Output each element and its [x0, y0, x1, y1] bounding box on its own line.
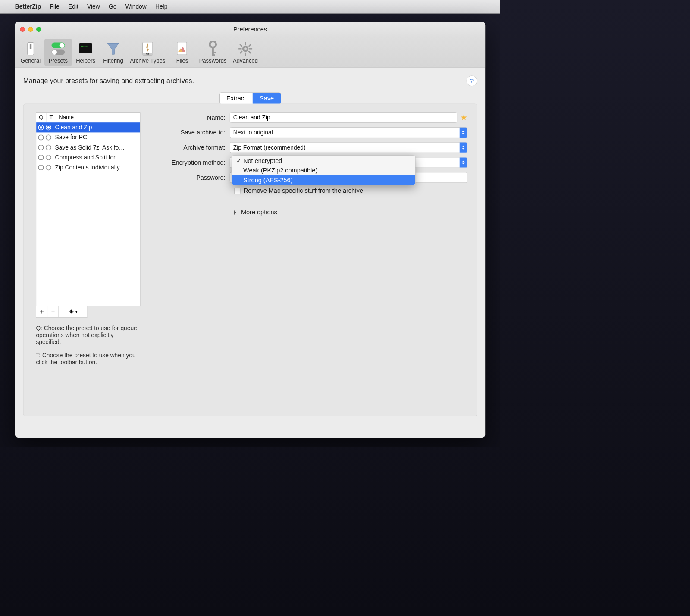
q-radio[interactable]: [38, 145, 44, 150]
svg-rect-15: [238, 48, 242, 50]
preset-name-field[interactable]: [230, 112, 457, 123]
column-name[interactable]: Name: [56, 113, 140, 122]
tab-filtering[interactable]: Filtering: [100, 39, 127, 66]
svg-rect-19: [239, 50, 242, 53]
preset-list-header: Q T Name: [36, 113, 140, 122]
save-to-label: Save archive to:: [155, 129, 230, 136]
zip-icon: ZIP: [139, 40, 157, 58]
svg-rect-20: [248, 44, 251, 47]
tab-archive-types[interactable]: ZIP Archive Types: [127, 39, 168, 66]
presets-panel: Q T Name Clean and Zip Save for PC: [23, 104, 477, 416]
menu-view[interactable]: View: [87, 3, 100, 10]
t-radio[interactable]: [46, 145, 51, 150]
preset-row[interactable]: Clean and Zip: [36, 122, 140, 132]
column-q[interactable]: Q: [36, 113, 46, 122]
gear-icon: [237, 40, 254, 58]
remove-preset-button[interactable]: －: [47, 306, 59, 317]
preset-row[interactable]: Compress and Split for…: [36, 153, 140, 163]
q-radio[interactable]: [38, 155, 44, 160]
svg-point-8: [210, 41, 216, 48]
tab-files[interactable]: Files: [169, 39, 196, 66]
t-radio[interactable]: [46, 125, 51, 130]
t-radio[interactable]: [46, 165, 51, 170]
q-radio[interactable]: [38, 165, 44, 170]
t-radio[interactable]: [46, 134, 51, 140]
list-actions: ＋ － ✴︎ ▾: [36, 306, 87, 318]
menu-window[interactable]: Window: [125, 3, 147, 10]
tab-helpers[interactable]: exec Helpers: [72, 39, 100, 66]
encryption-option[interactable]: Strong (AES-256): [232, 175, 415, 185]
svg-text:exec: exec: [81, 44, 88, 48]
extract-save-segment: Extract Save: [219, 93, 281, 104]
add-preset-button[interactable]: ＋: [36, 306, 47, 317]
save-to-popup[interactable]: Next to original: [230, 127, 467, 138]
favorite-star-icon[interactable]: ★: [460, 113, 467, 122]
window-title: Preferences: [15, 26, 485, 33]
preset-row[interactable]: Save as Solid 7z, Ask fo…: [36, 143, 140, 153]
tab-general[interactable]: General: [17, 39, 44, 66]
preset-row[interactable]: Save for PC: [36, 132, 140, 142]
menubar: BetterZip File Edit View Go Window Help: [0, 0, 500, 14]
tab-advanced[interactable]: Advanced: [230, 39, 261, 66]
page-heading: Manage your presets for saving and extra…: [23, 77, 194, 85]
file-icon: [173, 40, 191, 58]
funnel-icon: [104, 40, 122, 58]
help-button[interactable]: ?: [467, 75, 477, 86]
q-radio[interactable]: [38, 125, 44, 130]
q-radio[interactable]: [38, 134, 44, 140]
remove-mac-label: Remove Mac specific stuff from the archi…: [244, 187, 363, 194]
svg-rect-16: [249, 48, 252, 50]
menu-file[interactable]: File: [50, 3, 60, 10]
tab-passwords[interactable]: Passwords: [196, 39, 229, 66]
hint-text: Q: Choose the preset to use for queue op…: [36, 325, 139, 366]
svg-rect-17: [239, 44, 242, 47]
disclosure-triangle-icon: [234, 210, 238, 215]
titlebar: Preferences: [15, 22, 485, 37]
prefs-toolbar: General Presets exec Helpers Filtering Z…: [15, 37, 485, 68]
more-options-disclosure[interactable]: More options: [155, 209, 467, 216]
password-label: Password:: [155, 174, 230, 181]
svg-point-21: [244, 47, 247, 50]
encryption-dropdown-menu: ✓Not encrypted Weak (PKZip2 compatible) …: [232, 155, 415, 185]
tab-extract[interactable]: Extract: [220, 93, 253, 103]
tab-save[interactable]: Save: [253, 93, 281, 103]
svg-rect-10: [212, 52, 216, 53]
svg-rect-1: [30, 44, 31, 49]
preset-actions-menu[interactable]: ✴︎ ▾: [59, 306, 87, 317]
format-label: Archive format:: [155, 144, 230, 151]
preset-list[interactable]: Q T Name Clean and Zip Save for PC: [36, 112, 140, 306]
svg-rect-9: [212, 47, 213, 55]
menu-help[interactable]: Help: [155, 3, 167, 10]
key-icon: [204, 40, 222, 58]
svg-rect-11: [212, 54, 215, 56]
encryption-label: Encryption method:: [155, 159, 230, 166]
encryption-option[interactable]: Weak (PKZip2 compatible): [232, 166, 415, 175]
encryption-option[interactable]: ✓Not encrypted: [232, 156, 415, 166]
menu-edit[interactable]: Edit: [68, 3, 78, 10]
app-menu[interactable]: BetterZip: [15, 3, 41, 10]
svg-rect-18: [248, 50, 251, 53]
t-radio[interactable]: [46, 155, 51, 160]
svg-text:ZIP: ZIP: [146, 53, 149, 56]
svg-rect-14: [245, 53, 246, 56]
tab-presets[interactable]: Presets: [44, 39, 72, 66]
svg-rect-13: [245, 42, 246, 45]
column-t[interactable]: T: [46, 113, 56, 122]
preset-row[interactable]: Zip Contents Individually: [36, 163, 140, 172]
archive-format-popup[interactable]: Zip Format (recommended): [230, 142, 467, 153]
menu-go[interactable]: Go: [109, 3, 116, 10]
preferences-window: Preferences General Presets exec Helpers…: [15, 22, 485, 438]
remove-mac-checkbox[interactable]: [234, 188, 241, 194]
name-label: Name:: [155, 114, 230, 121]
